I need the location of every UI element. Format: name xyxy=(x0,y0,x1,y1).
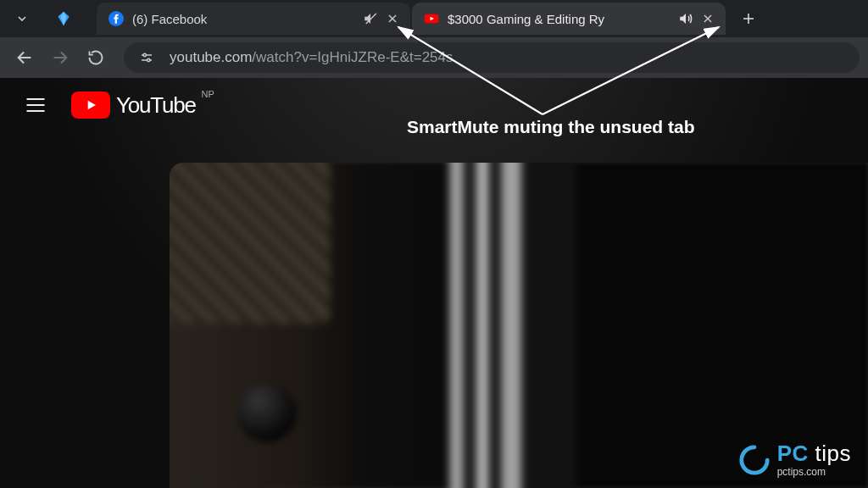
browser-toolbar: youtube.com/watch?v=IgHniJZRe-E&t=254s xyxy=(0,37,868,78)
youtube-icon xyxy=(424,11,439,26)
tune-icon xyxy=(139,50,154,65)
gem-icon xyxy=(54,9,73,28)
youtube-country-code: NP xyxy=(202,89,214,99)
close-tab-button[interactable] xyxy=(698,13,717,25)
annotation-text: SmartMute muting the unsued tab xyxy=(407,117,695,137)
forward-button[interactable] xyxy=(44,42,76,74)
speaker-icon[interactable] xyxy=(676,11,695,26)
url-host: youtube.com xyxy=(170,49,252,65)
back-button[interactable] xyxy=(8,42,41,74)
search-tabs-button[interactable] xyxy=(10,7,34,30)
mute-icon[interactable] xyxy=(361,11,380,26)
close-icon xyxy=(387,13,398,25)
svg-point-17 xyxy=(147,58,150,61)
browser-tab[interactable]: (6) Facebook xyxy=(97,3,410,35)
watermark-swoosh-icon xyxy=(738,444,771,476)
close-tab-button[interactable] xyxy=(383,13,402,25)
plus-icon xyxy=(741,11,756,26)
reload-button[interactable] xyxy=(80,42,112,74)
watermark-brand: PC tips xyxy=(777,442,851,464)
video-player[interactable] xyxy=(170,163,868,488)
svg-marker-21 xyxy=(88,101,96,110)
tab-title: $3000 Gaming & Editing Ry xyxy=(448,12,671,26)
facebook-icon xyxy=(108,11,124,26)
youtube-logo-text: YouTube xyxy=(116,92,196,119)
url-text: youtube.com/watch?v=IgHniJZRe-E&t=254s xyxy=(170,49,453,66)
tab-title: (6) Facebook xyxy=(132,12,356,26)
play-icon xyxy=(84,98,97,112)
watermark-brand-pc: PC xyxy=(777,441,809,466)
browser-tab[interactable]: $3000 Gaming & Editing Ry xyxy=(412,3,726,35)
url-path: /watch?v=IgHniJZRe-E&t=254s xyxy=(252,49,453,65)
watermark-brand-tips: tips xyxy=(815,441,851,466)
chevron-down-icon xyxy=(15,12,29,25)
page-content: YouTube NP xyxy=(0,78,868,488)
watermark-site: pctips.com xyxy=(777,466,851,478)
svg-point-15 xyxy=(143,53,146,56)
close-icon xyxy=(702,13,714,25)
site-settings-button[interactable] xyxy=(136,47,158,69)
hamburger-icon xyxy=(24,93,47,117)
video-thumbnail-mock xyxy=(170,163,868,488)
menu-button[interactable] xyxy=(17,86,54,124)
youtube-logo-mark xyxy=(71,92,110,119)
youtube-logo[interactable]: YouTube NP xyxy=(71,92,196,119)
address-bar[interactable]: youtube.com/watch?v=IgHniJZRe-E&t=254s xyxy=(124,42,860,73)
arrow-left-icon xyxy=(15,48,34,67)
arrow-right-icon xyxy=(51,48,70,67)
reload-icon xyxy=(87,49,104,66)
tab-strip: (6) Facebook $3000 Gaming & Editing Ry xyxy=(0,0,868,37)
watermark: PC tips pctips.com xyxy=(738,442,851,478)
new-tab-button[interactable] xyxy=(734,4,763,33)
